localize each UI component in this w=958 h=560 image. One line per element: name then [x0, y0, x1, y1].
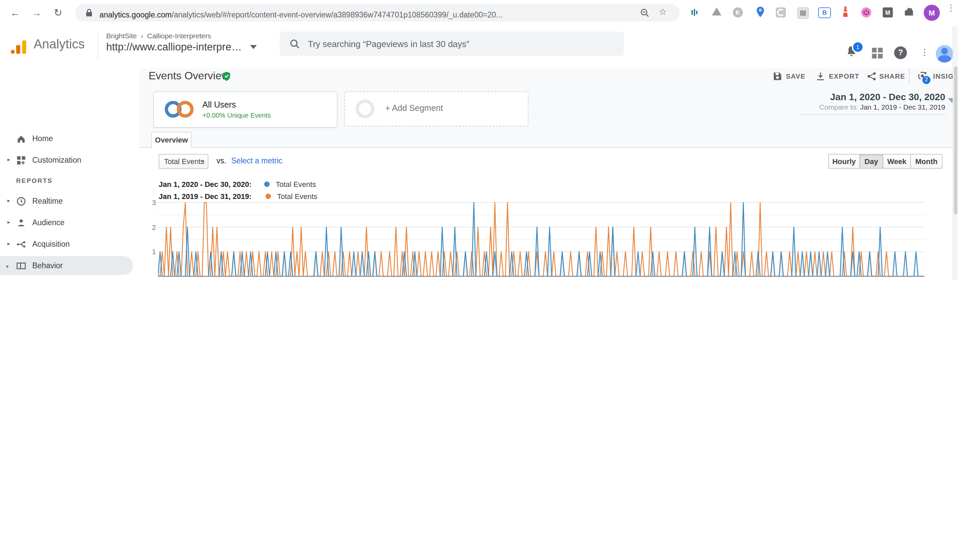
- search-bar[interactable]: [280, 32, 624, 56]
- behavior-icon: [16, 261, 26, 271]
- analytics-app-bar: Analytics BrightSite › Calliope-Interpre…: [0, 25, 958, 69]
- view-selector[interactable]: http://www.calliope-interpre…: [106, 41, 257, 53]
- url-path: /analytics/web/#/report/content-event-ov…: [172, 11, 503, 19]
- sidebar-item-audience[interactable]: ▸ Audience: [0, 214, 139, 231]
- address-bar[interactable]: analytics.google.com/analytics/web/#/rep…: [75, 4, 680, 22]
- sidebar-item-behavior[interactable]: ▾ Behavior: [0, 256, 133, 275]
- c-extension-icon[interactable]: [776, 7, 786, 17]
- breadcrumb[interactable]: BrightSite › Calliope-Interpreters: [106, 32, 211, 40]
- date-range-compare: Compare to: Jan 1, 2019 - Dec 31, 2019: [801, 103, 945, 111]
- metric-selector-arrow-icon: ▾: [202, 155, 205, 168]
- y-axis-label: 2: [152, 223, 156, 231]
- breadcrumb-property[interactable]: Calliope-Interpreters: [147, 32, 211, 40]
- url-text: analytics.google.com/analytics/web/#/rep…: [100, 8, 503, 20]
- zoom-out-icon[interactable]: [640, 8, 649, 17]
- help-icon[interactable]: ?: [894, 46, 907, 59]
- browser-menu-icon[interactable]: ⋮: [947, 5, 955, 10]
- toolbar-divider: [909, 68, 910, 83]
- analytics-logo[interactable]: [11, 39, 28, 57]
- tag-extension-icon[interactable]: B: [818, 7, 831, 18]
- segment-all-users[interactable]: All Users +0.00% Unique Events: [153, 91, 338, 128]
- segment-circle-orange: [177, 101, 194, 117]
- y-axis-label: 3: [152, 198, 156, 206]
- sidebar-item-home[interactable]: Home: [0, 130, 139, 146]
- browser-profile-avatar[interactable]: M: [924, 5, 940, 21]
- select-metric-link[interactable]: Select a metric: [231, 157, 282, 165]
- audience-person-icon: [16, 218, 26, 228]
- m-square-extension-icon[interactable]: M: [883, 7, 893, 17]
- lighthouse-extension-icon[interactable]: [841, 6, 850, 17]
- segment-delta: +0.00% Unique Events: [202, 112, 271, 119]
- export-icon: [816, 72, 825, 81]
- granularity-hourly[interactable]: Hourly: [828, 154, 860, 169]
- browser-toolbar: ← → ↻ analytics.google.com/analytics/web…: [0, 0, 958, 26]
- sidebar-item-customization[interactable]: ▸ Customization: [0, 152, 139, 168]
- map-pin-extension-icon[interactable]: [756, 7, 764, 17]
- sidebar-item-realtime[interactable]: ▸ Realtime: [0, 193, 139, 209]
- search-icon: [290, 39, 300, 49]
- legend-row-current: Jan 1, 2020 - Dec 30, 2020: Total Events: [159, 178, 316, 190]
- ga-events-overview-screen: ← → ↻ analytics.google.com/analytics/web…: [0, 0, 958, 280]
- sidebar: Home ▸ Customization REPORTS ▸ Realtime …: [0, 68, 139, 280]
- date-range-primary[interactable]: Jan 1, 2020 - Dec 30, 2020: [801, 91, 945, 102]
- sidebar-item-acquisition[interactable]: ▸ Acquisition: [0, 236, 139, 252]
- y-axis-label: 1: [152, 248, 156, 256]
- search-input[interactable]: [306, 38, 592, 49]
- granularity-day[interactable]: Day: [860, 154, 883, 169]
- page-scrollbar-thumb[interactable]: [954, 67, 957, 214]
- triangle-extension-icon[interactable]: [712, 7, 722, 16]
- browser-forward-icon[interactable]: →: [32, 7, 42, 19]
- notifications-bell-icon[interactable]: 1: [845, 45, 858, 59]
- map-extension-icon[interactable]: [797, 7, 809, 19]
- tab-overview[interactable]: Overview: [151, 132, 192, 148]
- breadcrumb-account[interactable]: BrightSite: [106, 32, 137, 40]
- browser-back-icon[interactable]: ←: [10, 7, 20, 19]
- insights-badge: 2: [922, 76, 930, 84]
- date-range-selector[interactable]: Jan 1, 2020 - Dec 30, 2020 Compare to: J…: [801, 91, 945, 114]
- save-icon: [773, 72, 782, 81]
- bookmark-star-icon[interactable]: ☆: [659, 7, 666, 17]
- add-segment-label: + Add Segment: [385, 103, 443, 113]
- verified-shield-icon[interactable]: [222, 71, 231, 81]
- page-title: Events Overview: [149, 70, 229, 82]
- timeseries-chart[interactable]: [158, 199, 931, 278]
- date-range-underline: [801, 114, 945, 115]
- user-avatar[interactable]: [936, 45, 953, 62]
- lock-icon: [86, 9, 93, 17]
- metric-selector-dropdown[interactable]: Total Events ▾: [159, 154, 208, 169]
- apps-grid-icon[interactable]: [872, 48, 883, 59]
- share-icon: [867, 72, 876, 81]
- granularity-week[interactable]: Week: [883, 154, 911, 169]
- sidebars-extension-icon[interactable]: [690, 7, 700, 17]
- chart-y-axis: 123: [141, 199, 156, 278]
- granularity-month[interactable]: Month: [911, 154, 942, 169]
- sidebar-item-behavior-overview[interactable]: Overview: [0, 277, 139, 280]
- k-extension-icon[interactable]: K: [733, 7, 743, 17]
- acquisition-icon: [16, 240, 26, 249]
- breadcrumb-separator: ›: [141, 32, 143, 40]
- legend-dot-blue: [264, 181, 269, 187]
- legend-dot-orange: [265, 194, 271, 199]
- notification-badge: 1: [852, 41, 864, 53]
- view-selector-arrow-icon[interactable]: [250, 45, 257, 49]
- segment-name: All Users: [202, 100, 236, 109]
- realtime-clock-icon: [16, 196, 26, 206]
- page-scrollbar-track[interactable]: [953, 26, 958, 280]
- reports-section-label: REPORTS: [16, 177, 53, 184]
- power-extension-icon[interactable]: [861, 7, 871, 17]
- url-domain: analytics.google.com: [100, 11, 172, 19]
- vs-label: vs.: [216, 157, 226, 165]
- customization-icon: [16, 155, 26, 165]
- browser-reload-icon[interactable]: ↻: [54, 7, 62, 19]
- product-name[interactable]: Analytics: [33, 37, 85, 52]
- header-more-icon[interactable]: ⋮: [920, 47, 929, 57]
- add-segment-circle: [355, 100, 374, 118]
- home-icon: [16, 134, 26, 144]
- granularity-toggle: Hourly Day Week Month: [828, 154, 942, 169]
- view-selector-label[interactable]: http://www.calliope-interpre…: [106, 41, 242, 52]
- add-segment-button[interactable]: + Add Segment: [344, 91, 528, 126]
- puzzle-extension-icon[interactable]: [904, 7, 914, 17]
- header-divider: [97, 33, 98, 60]
